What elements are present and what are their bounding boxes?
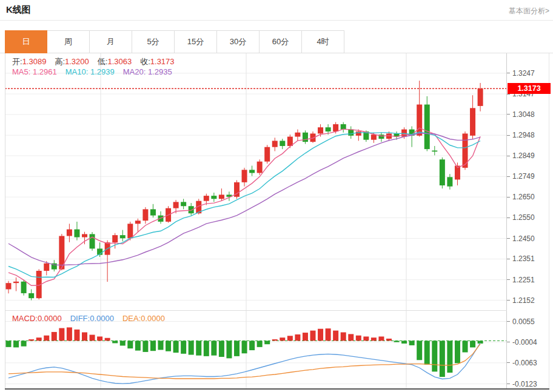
axis-tick-label: 1.3247 — [507, 68, 535, 78]
last-price-badge: 1.3173 — [508, 83, 551, 94]
ohlc-legend: 开:1.3089高:1.3200低:1.3063收:1.3173 — [12, 56, 183, 67]
tab-月[interactable]: 月 — [90, 30, 132, 53]
axis-tick-label: 1.2251 — [507, 275, 535, 285]
axis-tick-label: -0.0063 — [507, 358, 537, 368]
tab-日[interactable]: 日 — [5, 30, 47, 53]
legend-item: 收:1.3173 — [140, 57, 174, 66]
axis-tick-label: -0.0123 — [507, 379, 537, 389]
ma-legend: MA5: 1.2961MA10: 1.2939MA20: 1.2935 — [12, 67, 181, 76]
legend-item: MACD:0.0000 — [12, 314, 62, 323]
tab-30分[interactable]: 30分 — [217, 30, 260, 53]
plot-left-border — [5, 53, 5, 388]
macd-axis: 0.0055-0.0004-0.0063-0.0123 — [507, 310, 553, 388]
legend-item: MA20: 1.2935 — [123, 67, 172, 76]
macd-legend: MACD:0.0000DIFF:0.0000DEA:0.0000 — [12, 314, 173, 323]
axis-tick-label: 1.2550 — [507, 213, 535, 222]
price-axis: 1.3173 1.32471.31471.30481.29481.28491.2… — [507, 53, 553, 310]
panel-divider — [5, 310, 507, 311]
legend-item: 低:1.3063 — [98, 57, 132, 66]
axis-tick-label: 0.0055 — [507, 317, 535, 327]
page-title: K线图 — [6, 4, 31, 16]
axis-tick-label: 1.2450 — [507, 234, 535, 244]
axis-tick-label: 1.2152 — [507, 296, 535, 305]
axis-tick-label: 1.3048 — [507, 110, 535, 119]
interval-tabs: 日周月5分15分30分60分4时 — [5, 30, 344, 53]
tab-5分[interactable]: 5分 — [132, 30, 175, 53]
legend-item: MA10: 1.2939 — [65, 67, 115, 76]
legend-item: 高:1.3200 — [55, 57, 89, 66]
tab-15分[interactable]: 15分 — [175, 30, 217, 53]
axis-tick-label: 1.2351 — [507, 254, 535, 264]
tab-周[interactable]: 周 — [47, 30, 90, 53]
axis-tick-label: 1.2749 — [507, 171, 535, 181]
plot-bottom-border — [5, 388, 549, 390]
kline-page: K线图 基本面分析> 日周月5分15分30分60分4时 开:1.3089高:1.… — [0, 0, 553, 392]
tab-60分[interactable]: 60分 — [260, 30, 302, 53]
axis-tick-label: 1.2948 — [507, 130, 535, 140]
header-divider — [0, 20, 553, 21]
axis-tick-label: -0.0004 — [507, 337, 537, 347]
legend-item: MA5: 1.2961 — [12, 67, 57, 76]
fundamental-analysis-link[interactable]: 基本面分析> — [509, 6, 549, 16]
axis-tick-label: 1.2849 — [507, 151, 535, 161]
axis-tick-label: 1.2650 — [507, 192, 535, 202]
legend-item: DIFF:0.0000 — [70, 314, 114, 323]
tab-4时[interactable]: 4时 — [302, 30, 344, 53]
legend-item: DEA:0.0000 — [122, 314, 165, 323]
legend-item: 开:1.3089 — [12, 57, 46, 66]
candlestick-chart[interactable] — [5, 53, 506, 310]
